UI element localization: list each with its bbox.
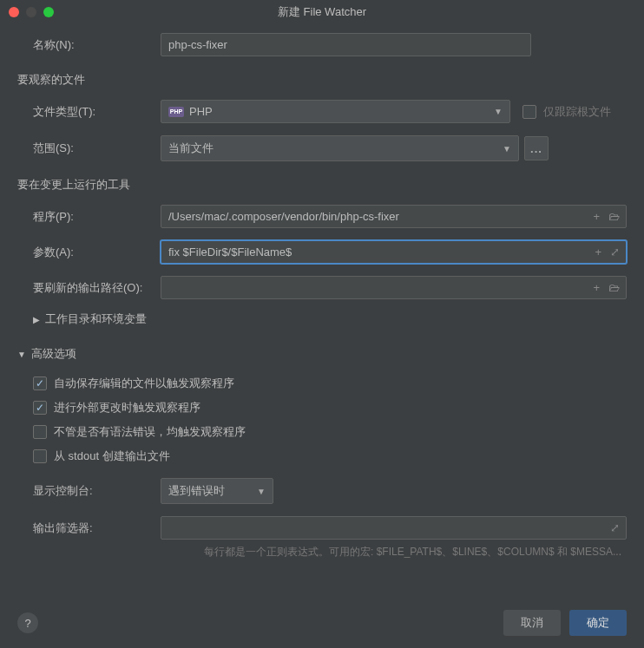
triangle-down-icon: ▼: [17, 350, 26, 359]
syntax-error-checkbox[interactable]: [33, 425, 47, 439]
stdout-label: 从 stdout 创建输出文件: [54, 448, 170, 464]
file-type-select[interactable]: PHP PHP ▼: [161, 100, 510, 123]
scope-select[interactable]: 当前文件 ▼: [161, 135, 519, 161]
titlebar: 新建 File Watcher: [0, 0, 644, 24]
minimize-window-icon: [26, 7, 36, 17]
expand-icon[interactable]: ⤢: [610, 245, 620, 259]
name-label: 名称(N):: [17, 37, 161, 53]
console-label: 显示控制台:: [17, 483, 161, 499]
window-controls: [9, 7, 54, 17]
chevron-down-icon: ▼: [257, 487, 266, 496]
working-dir-label: 工作目录和环境变量: [45, 311, 147, 327]
auto-save-label: 自动保存编辑的文件以触发观察程序: [54, 376, 234, 391]
output-path-label: 要刷新的输出路径(O):: [17, 280, 161, 296]
external-changes-checkbox[interactable]: [33, 401, 47, 415]
advanced-expander[interactable]: ▼ 高级选项: [17, 346, 627, 362]
syntax-error-label: 不管是否有语法错误，均触发观察程序: [54, 424, 246, 440]
scope-browse-button[interactable]: ...: [524, 136, 549, 160]
track-root-label: 仅跟踪根文件: [543, 104, 611, 120]
maximize-window-icon[interactable]: [43, 7, 54, 17]
plus-icon[interactable]: +: [593, 281, 600, 294]
expand-icon[interactable]: ⤢: [610, 521, 620, 534]
working-dir-expander[interactable]: ▶ 工作目录和环境变量: [17, 311, 627, 327]
section-advanced-label: 高级选项: [31, 346, 76, 362]
filter-input[interactable]: [161, 516, 627, 540]
console-select[interactable]: 遇到错误时 ▼: [161, 478, 273, 504]
plus-icon[interactable]: +: [593, 210, 600, 223]
chevron-down-icon: ▼: [503, 144, 511, 154]
stdout-checkbox[interactable]: [33, 449, 47, 463]
args-input[interactable]: [161, 240, 627, 264]
filter-hint: 每行都是一个正则表达式。可用的宏: $FILE_PATH$、$LINE$、$CO…: [17, 545, 627, 560]
file-type-label: 文件类型(T):: [17, 104, 161, 120]
triangle-right-icon: ▶: [33, 315, 40, 324]
scope-value: 当前文件: [168, 141, 214, 156]
program-label: 程序(P):: [17, 209, 161, 225]
filter-label: 输出筛选器:: [17, 520, 161, 536]
output-path-input[interactable]: [161, 276, 627, 299]
section-tool: 要在变更上运行的工具: [17, 177, 627, 193]
close-window-icon[interactable]: [9, 7, 19, 17]
folder-icon[interactable]: 🗁: [608, 210, 620, 223]
track-root-checkbox: [522, 105, 536, 119]
file-type-value: PHP: [189, 105, 213, 118]
help-button[interactable]: ?: [17, 612, 38, 633]
args-label: 参数(A):: [17, 245, 161, 260]
auto-save-checkbox[interactable]: [33, 376, 47, 390]
php-icon: PHP: [168, 107, 184, 117]
chevron-down-icon: ▼: [494, 107, 503, 116]
plus-icon[interactable]: +: [595, 245, 601, 259]
section-watch-files: 要观察的文件: [17, 72, 627, 88]
ok-button[interactable]: 确定: [569, 610, 627, 636]
scope-label: 范围(S):: [17, 141, 161, 156]
program-input[interactable]: [161, 205, 627, 228]
name-input[interactable]: [161, 33, 531, 56]
folder-icon[interactable]: 🗁: [608, 281, 620, 294]
console-value: 遇到错误时: [168, 483, 225, 499]
cancel-button[interactable]: 取消: [503, 610, 561, 636]
window-title: 新建 File Watcher: [278, 4, 366, 20]
external-changes-label: 进行外部更改时触发观察程序: [54, 400, 200, 416]
